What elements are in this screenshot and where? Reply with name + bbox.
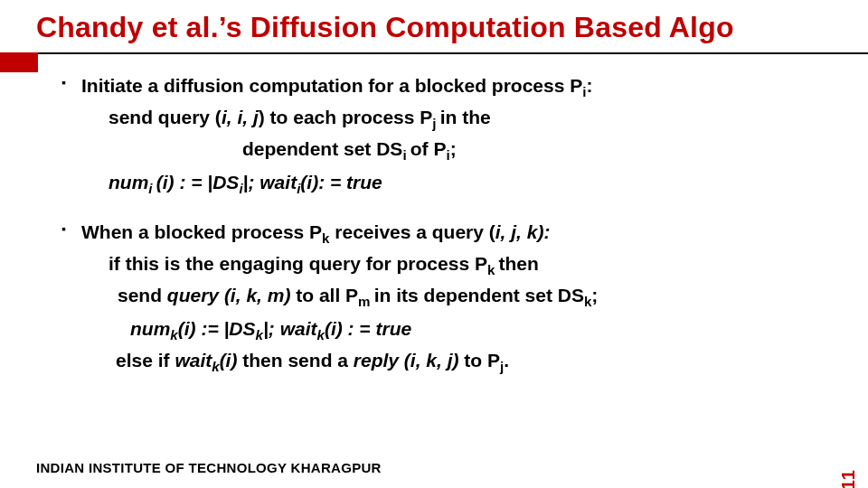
sub: m bbox=[358, 294, 374, 309]
sub: j bbox=[432, 116, 439, 131]
text: of P bbox=[410, 138, 447, 159]
text: |; wait bbox=[243, 172, 297, 192]
title-underline bbox=[0, 52, 868, 54]
text-ital: i, j, k): bbox=[495, 221, 551, 242]
text: ) to each process P bbox=[259, 107, 433, 127]
accent-bar bbox=[0, 52, 38, 72]
footer-institution: INDIAN INSTITUTE OF TECHNOLOGY KHARAGPUR bbox=[36, 460, 382, 475]
bullet-2-line-1: if this is the engaging query for proces… bbox=[108, 251, 825, 277]
bullet-2: When a blocked process Pk receives a que… bbox=[61, 220, 825, 246]
text: (i) := |DS bbox=[178, 318, 256, 339]
text: if this is the engaging query for proces… bbox=[108, 253, 487, 274]
bullet-1-line-3: numi (i) : = |DSi|; waiti(i): = true bbox=[108, 170, 825, 196]
text: ; bbox=[450, 138, 457, 159]
text: num bbox=[130, 318, 170, 339]
text: When a blocked process P bbox=[81, 221, 322, 242]
bullet-1-line-2: dependent set DSi of Pi; bbox=[242, 136, 825, 163]
text: else if bbox=[116, 350, 175, 371]
sub: i bbox=[402, 147, 410, 163]
text: Initiate a diffusion computation for a b… bbox=[81, 75, 582, 96]
bullet-2-line-3: numk(i) := |DSk|; waitk(i) : = true bbox=[130, 316, 825, 343]
bullet-2-line-2: send query (i, k, m) to all Pm in its de… bbox=[118, 283, 825, 309]
text-ital: (i) bbox=[220, 350, 243, 371]
sub: k bbox=[487, 262, 499, 277]
text: in its dependent set DS bbox=[374, 285, 584, 305]
text: (i): = true bbox=[300, 172, 382, 192]
bullet-1: Initiate a diffusion computation for a b… bbox=[61, 73, 825, 99]
text: : bbox=[586, 75, 592, 96]
sub: k bbox=[212, 359, 219, 374]
text: then send a bbox=[242, 350, 354, 371]
text: . bbox=[504, 350, 509, 371]
sub: i bbox=[148, 181, 156, 196]
sub: k bbox=[170, 327, 177, 343]
text: num bbox=[108, 172, 148, 192]
text: to all P bbox=[296, 285, 358, 305]
bullet-1-line-1: send query (i, i, j) to each process Pj … bbox=[108, 105, 825, 131]
text: to P bbox=[464, 350, 500, 371]
sub: k bbox=[256, 327, 263, 343]
text: (i) : = |DS bbox=[156, 172, 240, 192]
page-number: 11 bbox=[838, 470, 859, 488]
text: |; wait bbox=[263, 318, 317, 339]
text-ital: wait bbox=[175, 350, 212, 371]
text: send bbox=[118, 285, 167, 305]
text-ital: query (i, k, m) bbox=[167, 285, 296, 305]
text: receives a query ( bbox=[330, 221, 495, 242]
slide-content: Initiate a diffusion computation for a b… bbox=[0, 52, 868, 374]
text-ital: i, i, j bbox=[222, 107, 259, 127]
text: (i) : = true bbox=[325, 318, 411, 339]
sub: k bbox=[322, 230, 329, 246]
slide-title: Chandy et al.’s Diffusion Computation Ba… bbox=[36, 11, 868, 44]
text: dependent set DS bbox=[242, 138, 402, 159]
text: ; bbox=[591, 285, 598, 305]
text-ital: reply (i, k, j) bbox=[354, 350, 465, 371]
text: then bbox=[499, 253, 539, 274]
text: in the bbox=[440, 107, 491, 127]
sub: k bbox=[316, 327, 324, 343]
title-bar: Chandy et al.’s Diffusion Computation Ba… bbox=[0, 0, 868, 52]
text: send query ( bbox=[108, 107, 222, 127]
bullet-2-line-4: else if waitk(i) then send a reply (i, k… bbox=[116, 348, 825, 374]
